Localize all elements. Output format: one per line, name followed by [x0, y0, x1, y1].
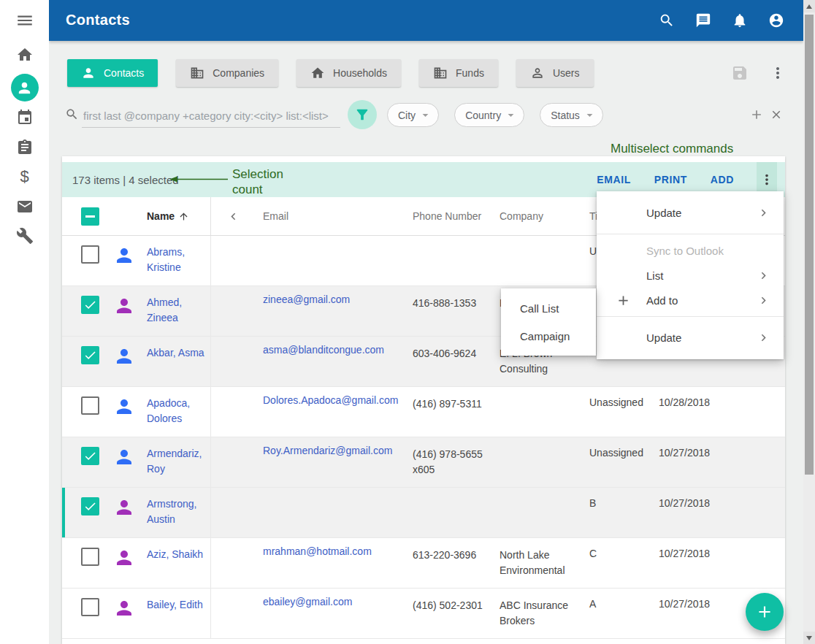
phone-cell: 603-406-9624: [409, 337, 497, 386]
row-checkbox[interactable]: [81, 447, 99, 465]
menu-divider: [597, 234, 784, 234]
email-cell[interactable]: zineea@gmail.com: [241, 286, 409, 336]
tab-funds[interactable]: Funds: [419, 59, 498, 87]
search-input[interactable]: [82, 104, 340, 128]
row-checkbox[interactable]: [81, 296, 99, 314]
filter-chip-country[interactable]: Country: [454, 103, 524, 127]
filter-chips: CityCountryStatus: [387, 103, 603, 127]
chevron-right-icon: [757, 206, 770, 220]
tab-contacts[interactable]: Contacts: [67, 59, 158, 87]
tab-label: Funds: [456, 67, 484, 79]
row-checkbox[interactable]: [81, 396, 99, 415]
chat-button[interactable]: [695, 12, 711, 28]
submenu-item-campaign[interactable]: Campaign: [501, 322, 596, 350]
arrow-up-icon: [806, 4, 812, 9]
menu-item-add-to[interactable]: Add to: [597, 288, 784, 313]
building-icon: [433, 66, 448, 80]
row-checkbox[interactable]: [81, 598, 99, 616]
column-header-name[interactable]: Name: [142, 197, 210, 235]
row-checkbox[interactable]: [81, 497, 99, 515]
search-button[interactable]: [659, 12, 675, 28]
menu-item-list[interactable]: List: [597, 263, 784, 288]
sidebar-item-menu[interactable]: [0, 11, 49, 30]
tier-cell: Unassigned: [586, 387, 656, 437]
email-cell[interactable]: [241, 236, 409, 285]
sidebar-item-tasks[interactable]: [0, 139, 49, 156]
sidebar-item-contacts[interactable]: [0, 74, 49, 101]
contact-name-link[interactable]: Ahmed, Zineea: [142, 286, 210, 336]
multiselect-action-print[interactable]: PRINT: [654, 174, 687, 185]
multiselect-action-add[interactable]: ADD: [711, 174, 734, 185]
app-bar-icons: [659, 12, 784, 28]
company-cell: [497, 236, 586, 285]
contact-name-link[interactable]: Abrams, Kristine: [142, 236, 210, 285]
arrow-down-icon: [806, 636, 812, 640]
menu-item-update[interactable]: Update: [597, 196, 784, 230]
view-more-button[interactable]: [769, 64, 787, 82]
phone-cell: (416) 502-2301: [409, 589, 497, 638]
row-checkbox[interactable]: [81, 245, 99, 264]
tools-icon: [16, 227, 34, 245]
tab-households[interactable]: Households: [296, 59, 401, 87]
email-cell[interactable]: asma@blanditcongue.com: [241, 337, 409, 386]
sidebar-item-tools[interactable]: [0, 227, 49, 245]
contact-name-link[interactable]: Aziz, Shaikh: [142, 538, 210, 588]
column-header-email[interactable]: Email: [241, 197, 409, 235]
sidebar-item-mail[interactable]: [0, 198, 49, 215]
contact-name-link[interactable]: Armendariz, Roy: [142, 437, 210, 487]
sidebar-item-billing[interactable]: $: [0, 167, 49, 186]
select-all-checkbox[interactable]: [81, 207, 99, 226]
plus-icon: [616, 293, 631, 308]
email-cell[interactable]: ebailey@gmail.com: [241, 589, 409, 638]
row-checkbox[interactable]: [81, 346, 99, 364]
add-to-submenu: Call ListCampaign: [501, 288, 596, 356]
menu-item-label: List: [646, 269, 663, 282]
save-view-icon[interactable]: [731, 64, 749, 82]
contact-name-link[interactable]: Bailey, Edith: [142, 589, 210, 638]
date-cell: 10/27/2018: [656, 437, 727, 487]
sidebar-item-home[interactable]: [0, 46, 49, 64]
company-cell: [497, 437, 586, 487]
email-cell[interactable]: [241, 488, 409, 537]
phone-cell: [409, 236, 497, 285]
filter-chip-city[interactable]: City: [387, 103, 439, 127]
email-cell[interactable]: Roy.Armendariz@gmail.com: [241, 437, 409, 487]
scroll-up-button[interactable]: [803, 0, 815, 12]
table-row: Bailey, Edithebailey@gmail.com(416) 502-…: [62, 589, 785, 639]
contact-name-link[interactable]: Akbar, Asma: [142, 337, 210, 386]
scrollbar-thumb[interactable]: [805, 15, 814, 475]
email-cell[interactable]: Dolores.Apadoca@gmail.com: [241, 387, 409, 437]
clear-filters-button[interactable]: [770, 108, 783, 121]
notifications-button[interactable]: [732, 12, 748, 28]
column-header-company[interactable]: Company: [497, 197, 586, 235]
tab-users[interactable]: Users: [516, 59, 594, 87]
sidebar-item-calendar[interactable]: [0, 109, 49, 126]
menu-item-label: Add to: [646, 294, 678, 307]
contact-name-link[interactable]: Apadoca, Dolores: [142, 387, 210, 437]
contact-name-link[interactable]: Armstrong, Austin: [142, 488, 210, 537]
date-cell: 10/27/2018: [656, 589, 727, 638]
scroll-down-button[interactable]: [803, 632, 815, 644]
account-button[interactable]: [768, 12, 784, 28]
tab-label: Households: [333, 67, 387, 79]
tab-companies[interactable]: Companies: [176, 59, 278, 87]
active-item-circle: [11, 74, 39, 101]
collapse-name-column-button[interactable]: [210, 197, 241, 235]
browser-scrollbar[interactable]: [803, 0, 815, 644]
menu-item-update[interactable]: Update: [597, 321, 784, 355]
table-row: Aziz, Shaikhmrahman@hotmail.com613-220-3…: [62, 538, 785, 589]
email-cell[interactable]: mrahman@hotmail.com: [241, 538, 409, 588]
row-checkbox[interactable]: [81, 548, 99, 566]
column-header-phone[interactable]: Phone Number: [409, 197, 497, 235]
submenu-item-call-list[interactable]: Call List: [501, 294, 596, 322]
filter-chip-status[interactable]: Status: [540, 103, 603, 127]
multiselect-action-email[interactable]: EMAIL: [597, 174, 631, 185]
filter-button[interactable]: [348, 100, 377, 129]
multiselect-menu: UpdateSync to OutlookListAdd toUpdate: [597, 191, 784, 359]
annotation-arrow: [169, 175, 229, 183]
entity-tabs: ContactsCompaniesHouseholdsFundsUsers: [67, 59, 594, 87]
add-filter-button[interactable]: [749, 107, 764, 122]
chat-icon: [695, 12, 711, 28]
add-contact-fab[interactable]: [746, 593, 784, 631]
chevron-left-icon: [226, 210, 240, 223]
